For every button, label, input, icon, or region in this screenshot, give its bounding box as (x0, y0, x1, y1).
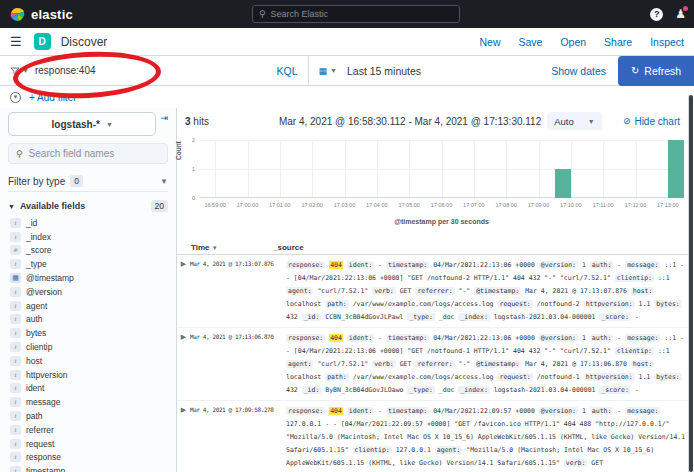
query-input[interactable]: response:404 (35, 65, 96, 76)
histogram-bar[interactable] (555, 169, 571, 198)
available-fields-label: Available fields (20, 201, 85, 211)
field-value-pair: clientip: ::1 (615, 274, 670, 282)
field-value-pair: _type: _doc (407, 386, 458, 394)
collapse-sidebar-icon[interactable]: ⇥ (160, 113, 168, 123)
nav-action-inspect[interactable]: Inspect (650, 36, 684, 48)
number-type-icon: # (10, 245, 21, 255)
expand-row-icon[interactable]: ▶ (177, 332, 190, 397)
hits-number: 3 (185, 116, 191, 127)
gridline-v (248, 140, 249, 198)
field-name: message (26, 397, 61, 407)
string-type-icon: t (10, 342, 21, 352)
field-search-input[interactable]: ⚲ Search field names (8, 143, 168, 164)
field-item-auth[interactable]: tauth (8, 313, 168, 327)
string-type-icon: t (10, 314, 21, 324)
field-value-pair: path: /var/www/example.com/logs/access.l… (325, 373, 497, 381)
string-type-icon: t (10, 425, 21, 435)
notification-dot (683, 6, 688, 11)
filter-by-type-count: 0 (70, 175, 83, 187)
gridline-v (571, 140, 572, 198)
field-item-clientip[interactable]: tclientip (8, 340, 168, 354)
field-name: @timestamp (26, 273, 74, 283)
user-avatar[interactable]: ♟ (675, 8, 686, 20)
field-item-request[interactable]: trequest (8, 437, 168, 451)
x-axis-tick: 16:59:00 (204, 202, 225, 208)
field-value-pair: auth: - (590, 407, 625, 415)
field-name: _type (26, 259, 47, 269)
row-time: Mar 4, 2021 @ 17:13:07.876 (190, 259, 286, 324)
elastic-logo[interactable]: elastic (10, 7, 73, 22)
field-item-message[interactable]: tmessage (8, 395, 168, 409)
kql-language-button[interactable]: KQL (267, 56, 309, 85)
help-icon[interactable]: ? (650, 8, 663, 21)
index-pattern-select[interactable]: logstash-* ▼ (8, 112, 156, 136)
histogram-bar[interactable] (668, 140, 684, 198)
x-axis-tick: 17:09:00 (528, 202, 549, 208)
time-column-header[interactable]: Time ▼ (177, 243, 273, 252)
hide-chart-button[interactable]: ⊘ Hide chart (623, 116, 680, 127)
nav-action-save[interactable]: Save (518, 36, 542, 48)
field-name: auth (26, 314, 43, 324)
time-range-value[interactable]: Last 15 minutes (347, 65, 551, 77)
expand-row-icon[interactable]: ▶ (177, 405, 190, 470)
row-source: response: 404 ident: - timestamp: 04/Mar… (286, 332, 688, 397)
field-value-pair: response: 404 (286, 334, 347, 342)
nav-action-new[interactable]: New (479, 36, 500, 48)
field-value-pair: _index: logstash-2021.03.04-000001 (458, 386, 599, 394)
highlighted-value: 404 (329, 261, 343, 269)
filter-options-icon[interactable]: ▼ (10, 92, 21, 103)
expand-row-icon[interactable]: ▶ (177, 259, 190, 324)
menu-icon[interactable]: ☰ (10, 35, 22, 48)
x-axis-tick: 17:12:00 (625, 202, 646, 208)
field-item-agent[interactable]: tagent (8, 299, 168, 313)
filter-by-type[interactable]: Filter by type 0 ▼ (8, 171, 168, 192)
refresh-button[interactable]: ↻ Refresh (618, 56, 694, 86)
available-fields-count: 20 (151, 200, 168, 212)
gridline-v (539, 140, 540, 198)
histogram-chart[interactable]: Count 01216:59:0017:00:0017:01:0017:02:0… (177, 134, 688, 238)
field-item-timestamp[interactable]: ttimestamp (8, 464, 168, 472)
interval-select[interactable]: Auto ▼ (547, 112, 601, 130)
search-icon: ⚲ (16, 149, 23, 159)
string-type-icon: t (10, 218, 21, 228)
header-right: ? ♟ (650, 0, 686, 28)
field-item-bytes[interactable]: tbytes (8, 326, 168, 340)
field-item-response[interactable]: tresponse (8, 451, 168, 465)
field-item-score[interactable]: #_score (8, 244, 168, 258)
row-time: Mar 4, 2021 @ 17:13:06.870 (190, 332, 286, 397)
add-filter-button[interactable]: + Add filter (29, 92, 77, 103)
field-value-pair: _index: logstash-2021.03.04-000001 (458, 313, 599, 321)
field-item-id[interactable]: t_id (8, 216, 168, 230)
field-item-httpversion[interactable]: thttpversion (8, 368, 168, 382)
show-dates-button[interactable]: Show dates (551, 65, 618, 77)
scrollbar-thumb[interactable] (689, 95, 693, 472)
filter-by-type-label: Filter by type (8, 176, 65, 187)
field-item-path[interactable]: tpath (8, 409, 168, 423)
discover-app-badge[interactable]: D (34, 33, 51, 50)
field-item-timestamp[interactable]: ▦@timestamp (8, 271, 168, 285)
field-value-pair: ident: - (347, 407, 386, 415)
global-search-input[interactable]: ⚲ Search Elastic (252, 5, 460, 23)
x-axis-tick: 17:02:00 (301, 202, 322, 208)
field-item-version[interactable]: t@version (8, 285, 168, 299)
field-item-index[interactable]: t_index (8, 230, 168, 244)
global-header: elastic ⚲ Search Elastic ? ♟ (0, 0, 694, 28)
field-item-ident[interactable]: tident (8, 382, 168, 396)
field-name: _index (26, 232, 51, 242)
date-picker-button[interactable]: ▦ ▼ (309, 66, 347, 76)
field-search-placeholder: Search field names (29, 148, 115, 159)
available-fields-header[interactable]: ▼ Available fields 20 (8, 200, 168, 212)
field-item-type[interactable]: t_type (8, 257, 168, 271)
field-value-pair: auth: - (590, 334, 625, 342)
gridline-v (409, 140, 410, 198)
hits-bar: 3 hits Mar 4, 2021 @ 16:58:30.112 - Mar … (177, 108, 688, 134)
field-value-pair: @version: 1 (539, 261, 590, 269)
string-type-icon: t (10, 439, 21, 449)
nav-action-open[interactable]: Open (560, 36, 586, 48)
field-value-pair: response: 404 (286, 407, 347, 415)
saved-query-menu-icon[interactable]: ▼ (0, 66, 35, 76)
field-item-referrer[interactable]: treferrer (8, 423, 168, 437)
field-item-host[interactable]: thost (8, 354, 168, 368)
gridline-v (442, 140, 443, 198)
nav-action-share[interactable]: Share (604, 36, 632, 48)
